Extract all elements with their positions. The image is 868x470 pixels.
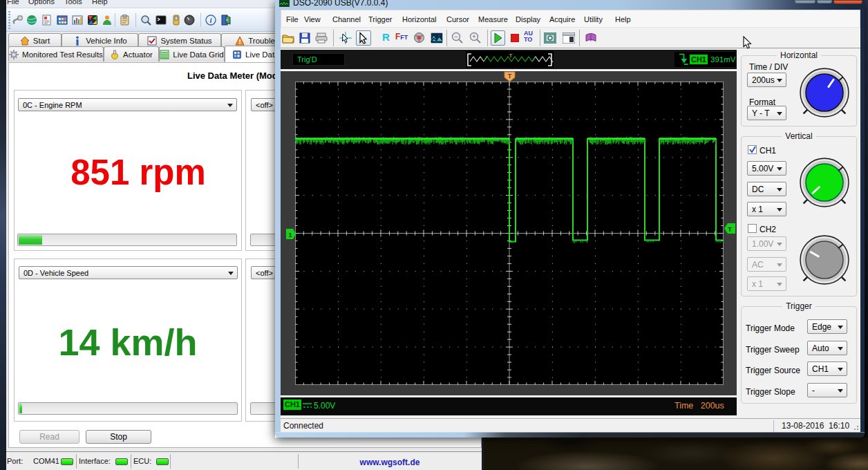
- svg-text:+: +: [472, 33, 475, 40]
- svg-text:−: −: [454, 33, 457, 40]
- svg-text:T: T: [508, 73, 512, 79]
- svg-text:T: T: [728, 226, 732, 233]
- svg-text:T: T: [509, 53, 513, 59]
- svg-text:1: 1: [288, 232, 292, 238]
